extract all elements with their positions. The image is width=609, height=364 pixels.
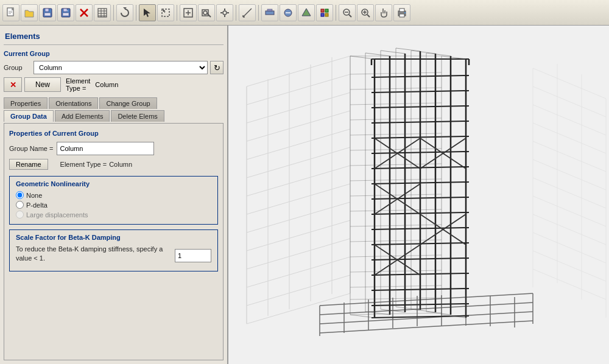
group-select[interactable]: Column (33, 61, 208, 74)
svg-rect-40 (325, 13, 328, 16)
svg-rect-34 (267, 9, 272, 11)
sep2 (136, 5, 136, 21)
table-btn[interactable] (94, 4, 111, 21)
radio-none-row: None (16, 191, 211, 199)
tab-delete-elems[interactable]: Delete Elems (111, 110, 164, 122)
tool2-btn[interactable] (280, 4, 297, 21)
radio-pdelta[interactable] (16, 201, 24, 209)
print-btn[interactable] (393, 4, 410, 21)
sep5 (258, 5, 259, 21)
radio-pdelta-row: P-delta (16, 201, 211, 209)
tab-group-data[interactable]: Group Data (4, 110, 54, 122)
zoom-window-btn[interactable] (198, 4, 215, 21)
svg-rect-51 (404, 12, 406, 13)
svg-rect-21 (162, 9, 169, 16)
tab-add-elements[interactable]: Add Elements (55, 110, 110, 122)
sep3 (177, 5, 177, 21)
zoom-out-btn[interactable] (339, 4, 356, 21)
nonlinearity-section: Geometric Nonlinearity None P-delta Larg… (9, 176, 218, 225)
scale-title: Scale Factor for Beta-K Damping (16, 234, 211, 241)
element-type-value: Column (95, 81, 118, 88)
measure-btn[interactable] (239, 4, 256, 21)
radio-none-label: None (26, 192, 42, 199)
svg-line-45 (367, 15, 370, 17)
svg-rect-50 (400, 14, 404, 17)
tab-properties[interactable]: Properties (4, 97, 48, 109)
pan-btn[interactable] (216, 4, 233, 21)
group-name-label: Group Name = (9, 145, 53, 152)
save-btn[interactable] (39, 4, 56, 21)
select-box-btn[interactable] (157, 4, 174, 21)
svg-rect-38 (325, 9, 328, 12)
svg-rect-6 (44, 13, 51, 16)
svg-rect-2 (9, 12, 12, 13)
group-row: Group Column ↻ (4, 61, 224, 74)
svg-line-27 (207, 13, 211, 17)
tool4-btn[interactable] (316, 4, 333, 21)
new-delete-row: ✕ New Element Type = Column (4, 77, 224, 92)
current-group-section: Current Group Group Column ↻ ✕ New Eleme… (4, 50, 224, 95)
elements-panel: Elements Current Group Group Column ↻ ✕ … (0, 26, 228, 364)
delete-group-btn[interactable]: ✕ (4, 77, 22, 92)
new-group-btn[interactable]: New (24, 77, 61, 92)
svg-marker-20 (144, 9, 150, 17)
sep4 (236, 5, 236, 21)
group-data-content: Properties of Current Group Group Name =… (4, 123, 224, 360)
saveas-btn[interactable]: + (57, 4, 74, 21)
element-type-label: Element Type = (66, 77, 90, 92)
group-name-input[interactable] (57, 142, 154, 155)
tabs-row-2: Group Data Add Elements Delete Elems (4, 110, 224, 122)
open-file-btn[interactable] (21, 4, 38, 21)
panel-title: Elements (4, 29, 224, 45)
nonlinearity-title: Geometric Nonlinearity (16, 180, 211, 187)
new-file-btn[interactable] (2, 4, 19, 21)
tab-orientations[interactable]: Orientations (49, 97, 98, 109)
delete-btn[interactable] (76, 4, 93, 21)
main-layout: Elements Current Group Group Column ↻ ✕ … (0, 26, 609, 364)
rename-btn[interactable]: Rename (9, 159, 48, 170)
svg-line-42 (349, 15, 351, 17)
select-btn[interactable] (139, 4, 156, 21)
scale-factor-section: Scale Factor for Beta-K Damping To reduc… (9, 229, 218, 271)
svg-rect-37 (321, 9, 324, 12)
viewport-panel[interactable] (228, 26, 609, 364)
svg-point-28 (203, 11, 207, 15)
svg-rect-49 (400, 9, 404, 12)
radio-pdelta-label: P-delta (26, 201, 48, 209)
scale-input[interactable] (175, 249, 211, 262)
tool1-btn[interactable] (261, 4, 278, 21)
svg-rect-9 (63, 13, 69, 16)
radio-large-label: Large displacements (26, 211, 88, 219)
svg-text:+: + (66, 9, 68, 12)
current-group-label: Current Group (4, 50, 224, 57)
radio-none[interactable] (16, 191, 24, 199)
svg-rect-5 (45, 9, 49, 12)
toolbar: + (0, 0, 609, 26)
props-section-title: Properties of Current Group (9, 130, 218, 137)
tabs-row-1: Properties Orientations Change Group (4, 97, 224, 109)
svg-rect-33 (266, 11, 274, 15)
svg-point-29 (223, 11, 227, 15)
scale-row: To reduce the Beta-K damping stiffness, … (16, 245, 211, 267)
rotate-btn[interactable] (116, 4, 133, 21)
refresh-btn[interactable]: ↻ (210, 61, 224, 74)
fit-btn[interactable] (180, 4, 197, 21)
radio-large-row: Large displacements (16, 211, 211, 219)
structure-3d (228, 26, 609, 364)
element-type-display: Element Type = Column (66, 77, 118, 92)
sep1 (113, 5, 114, 21)
group-field-label: Group (4, 64, 31, 71)
sep6 (336, 5, 336, 21)
elem-type-label: Element Type = (60, 161, 107, 168)
svg-line-30 (243, 9, 252, 17)
hand-tool-btn[interactable] (375, 4, 392, 21)
svg-rect-1 (9, 11, 12, 12)
group-name-row: Group Name = (9, 142, 218, 155)
tool3-btn[interactable] (298, 4, 315, 21)
radio-large (16, 211, 24, 219)
svg-rect-3 (9, 13, 11, 14)
element-type-info: Element Type = Column (60, 161, 132, 168)
zoom-in-btn[interactable] (357, 4, 374, 21)
rename-element-row: Rename Element Type = Column (9, 159, 218, 170)
tab-change-group[interactable]: Change Group (99, 97, 157, 109)
